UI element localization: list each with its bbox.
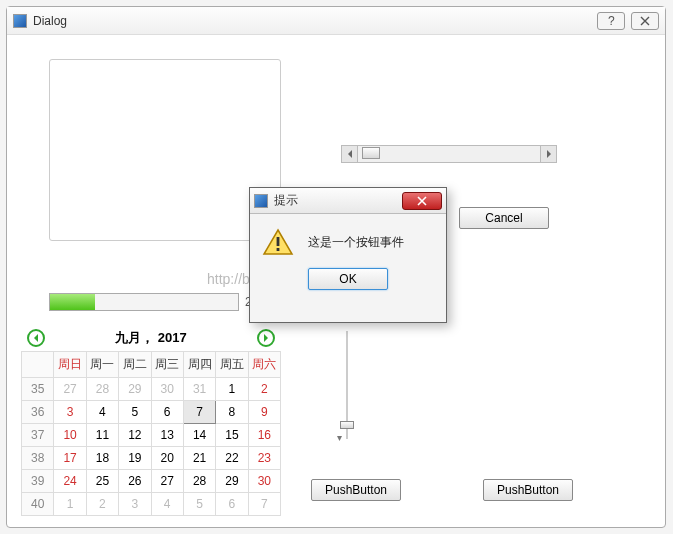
calendar-day[interactable]: 27 (54, 378, 86, 401)
calendar-day[interactable]: 13 (151, 424, 183, 447)
calendar-day[interactable]: 12 (119, 424, 151, 447)
calendar-day[interactable]: 29 (119, 378, 151, 401)
calendar-day[interactable]: 2 (86, 493, 118, 516)
ok-label: OK (339, 272, 356, 286)
scroll-track[interactable] (358, 146, 540, 162)
calendar-widget[interactable]: 九月， 2017 周日 周一 周二 周三 周四 周五 周六 (21, 325, 281, 516)
weeknum-header (22, 352, 54, 378)
calendar-day[interactable]: 7 (183, 401, 215, 424)
day-header: 周日 (54, 352, 86, 378)
calendar-day[interactable]: 6 (216, 493, 248, 516)
day-header: 周二 (119, 352, 151, 378)
calendar-day[interactable]: 3 (119, 493, 151, 516)
scroll-thumb[interactable] (362, 147, 380, 159)
calendar-day[interactable]: 20 (151, 447, 183, 470)
calendar-day[interactable]: 28 (183, 470, 215, 493)
day-header: 周六 (248, 352, 280, 378)
week-number: 39 (22, 470, 54, 493)
calendar-day[interactable]: 9 (248, 401, 280, 424)
calendar-day[interactable]: 2 (248, 378, 280, 401)
calendar-day[interactable]: 1 (54, 493, 86, 516)
calendar-day[interactable]: 5 (183, 493, 215, 516)
message-ok-button[interactable]: OK (308, 268, 388, 290)
calendar-next-button[interactable] (257, 329, 275, 347)
calendar-day[interactable]: 21 (183, 447, 215, 470)
push-button-2[interactable]: PushButton (483, 479, 573, 501)
main-dialog: Dialog ? Cancel (6, 6, 666, 528)
calendar-day[interactable]: 26 (119, 470, 151, 493)
progress-fill (50, 294, 95, 310)
calendar-day[interactable]: 24 (54, 470, 86, 493)
calendar-day[interactable]: 5 (119, 401, 151, 424)
calendar-day[interactable]: 18 (86, 447, 118, 470)
calendar-day[interactable]: 30 (151, 378, 183, 401)
message-text: 这是一个按钮事件 (308, 234, 404, 251)
cancel-button[interactable]: Cancel (459, 207, 549, 229)
calendar-day[interactable]: 16 (248, 424, 280, 447)
day-header: 周五 (216, 352, 248, 378)
week-number: 37 (22, 424, 54, 447)
calendar-day[interactable]: 17 (54, 447, 86, 470)
calendar-day[interactable]: 30 (248, 470, 280, 493)
calendar-day[interactable]: 11 (86, 424, 118, 447)
calendar-day[interactable]: 27 (151, 470, 183, 493)
message-app-icon (254, 194, 268, 208)
calendar-day[interactable]: 8 (216, 401, 248, 424)
week-number: 36 (22, 401, 54, 424)
calendar-day[interactable]: 14 (183, 424, 215, 447)
calendar-day[interactable]: 19 (119, 447, 151, 470)
day-header: 周三 (151, 352, 183, 378)
progress-bar (49, 293, 239, 311)
push-button-label: PushButton (497, 483, 559, 497)
app-icon (13, 14, 27, 28)
client-area: Cancel 24 http://blog.csdn.net/gucunlin … (7, 35, 665, 527)
calendar-grid: 周日 周一 周二 周三 周四 周五 周六 3527282930311236345… (21, 351, 281, 516)
message-close-button[interactable] (402, 192, 442, 210)
calendar-day[interactable]: 23 (248, 447, 280, 470)
week-number: 40 (22, 493, 54, 516)
scroll-left-icon[interactable] (342, 146, 358, 162)
push-button-label: PushButton (325, 483, 387, 497)
calendar-day[interactable]: 28 (86, 378, 118, 401)
scroll-right-icon[interactable] (540, 146, 556, 162)
calendar-day[interactable]: 4 (86, 401, 118, 424)
message-title: 提示 (274, 192, 402, 209)
list-box[interactable] (49, 59, 281, 241)
calendar-prev-button[interactable] (27, 329, 45, 347)
calendar-day[interactable]: 15 (216, 424, 248, 447)
cancel-label: Cancel (485, 211, 522, 225)
warning-icon (262, 228, 294, 256)
day-header: 周四 (183, 352, 215, 378)
svg-text:?: ? (608, 15, 615, 27)
close-button[interactable] (631, 12, 659, 30)
week-number: 35 (22, 378, 54, 401)
message-box: 提示 这是一个按钮事件 OK (249, 187, 447, 323)
calendar-day[interactable]: 22 (216, 447, 248, 470)
calendar-title: 九月， 2017 (115, 329, 187, 347)
slider-thumb[interactable] (340, 421, 354, 429)
calendar-day[interactable]: 10 (54, 424, 86, 447)
week-number: 38 (22, 447, 54, 470)
push-button-1[interactable]: PushButton (311, 479, 401, 501)
calendar-day[interactable]: 1 (216, 378, 248, 401)
vertical-slider[interactable]: ▾ (337, 331, 357, 439)
calendar-day[interactable]: 25 (86, 470, 118, 493)
svg-rect-2 (277, 248, 280, 251)
calendar-day[interactable]: 29 (216, 470, 248, 493)
day-header: 周一 (86, 352, 118, 378)
horizontal-scrollbar[interactable] (341, 145, 557, 163)
help-button[interactable]: ? (597, 12, 625, 30)
calendar-day[interactable]: 3 (54, 401, 86, 424)
svg-rect-1 (277, 237, 280, 246)
window-title: Dialog (33, 14, 597, 28)
calendar-day[interactable]: 6 (151, 401, 183, 424)
slider-tick-icon: ▾ (337, 432, 342, 443)
calendar-day[interactable]: 31 (183, 378, 215, 401)
calendar-day[interactable]: 4 (151, 493, 183, 516)
titlebar: Dialog ? (7, 7, 665, 35)
message-titlebar: 提示 (250, 188, 446, 214)
calendar-day[interactable]: 7 (248, 493, 280, 516)
